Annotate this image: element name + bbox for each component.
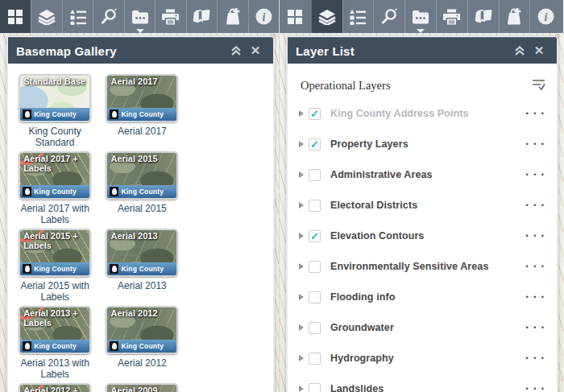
basemap-caption: Aerial 2015 bbox=[118, 203, 167, 214]
expand-arrow-icon[interactable] bbox=[299, 294, 304, 300]
basemap-thumbnail[interactable]: Aerial 2015 + Labels King County bbox=[19, 229, 91, 277]
layer-menu-dots-icon[interactable]: • • • bbox=[525, 167, 547, 182]
expand-arrow-icon[interactable] bbox=[299, 324, 304, 331]
folder-icon bbox=[131, 10, 149, 24]
layer-label[interactable]: Environmentally Sensitive Areas bbox=[330, 261, 525, 272]
layer-row: ✓ Flooding info • • • bbox=[299, 282, 547, 312]
basemap-item[interactable]: Aerial 2015 + Labels King County Aerial … bbox=[11, 229, 98, 306]
layer-row: ✓ Hydrography • • • bbox=[299, 343, 547, 373]
layer-checkbox[interactable]: ✓ bbox=[309, 291, 321, 303]
layer-label[interactable]: Property Layers bbox=[330, 138, 525, 150]
toolbar-button-about[interactable]: i bbox=[248, 0, 279, 33]
basemap-thumb-label: Aerial 2015 + Labels bbox=[23, 231, 88, 250]
layer-options-button[interactable] bbox=[532, 78, 545, 93]
toolbar-button-bookmarks[interactable] bbox=[186, 0, 217, 33]
layer-checkbox[interactable]: ✓ bbox=[309, 108, 321, 120]
layers-icon bbox=[318, 9, 336, 25]
basemap-thumbnail[interactable]: Aerial 2017 + Labels King County bbox=[19, 151, 91, 200]
layer-checkbox[interactable]: ✓ bbox=[309, 230, 321, 242]
toolbar-button-layer-list[interactable] bbox=[311, 0, 342, 33]
layer-menu-dots-icon[interactable]: • • • bbox=[525, 137, 547, 151]
layer-menu-dots-icon[interactable]: • • • bbox=[525, 106, 547, 121]
expand-arrow-icon[interactable] bbox=[299, 110, 304, 117]
layer-menu-dots-icon[interactable]: • • • bbox=[525, 229, 547, 243]
layer-checkbox[interactable]: ✓ bbox=[309, 322, 321, 334]
layer-label[interactable]: Administrative Areas bbox=[330, 169, 525, 180]
toolbar-button-print[interactable] bbox=[436, 0, 467, 33]
expand-arrow-icon[interactable] bbox=[299, 263, 304, 270]
expand-arrow-icon[interactable] bbox=[299, 386, 304, 392]
expand-arrow-icon[interactable] bbox=[299, 171, 304, 178]
layer-label[interactable]: Elevation Contours bbox=[330, 230, 525, 241]
basemap-item[interactable]: Aerial 2012 + Labels King County Aerial … bbox=[11, 383, 98, 392]
toolbar-button-legend[interactable] bbox=[342, 0, 374, 33]
toolbar-button-more-tools[interactable] bbox=[404, 0, 436, 33]
expand-arrow-icon[interactable] bbox=[299, 233, 304, 239]
basemap-item[interactable]: Standard Base King County King County St… bbox=[11, 74, 98, 151]
layer-row: ✓ Property Layers • • • bbox=[299, 129, 547, 159]
toolbar-button-more-tools[interactable] bbox=[124, 0, 155, 33]
bookmark-book-icon bbox=[475, 9, 492, 24]
layer-menu-dots-icon[interactable]: • • • bbox=[525, 198, 547, 213]
toolbar-button-add-data[interactable] bbox=[217, 0, 247, 33]
layer-checkbox[interactable]: ✓ bbox=[309, 138, 321, 151]
basemap-item[interactable]: Aerial 2013 + Labels King County Aerial … bbox=[11, 306, 98, 383]
layer-menu-dots-icon[interactable]: • • • bbox=[525, 382, 547, 392]
basemap-item[interactable]: Aerial 2017 King County Aerial 2017 bbox=[98, 74, 185, 151]
app-view-layers: i Layer List ✕ Operational Layers ✓ King… bbox=[280, 0, 563, 392]
basemap-item[interactable]: Aerial 2017 + Labels King County Aerial … bbox=[11, 151, 98, 229]
close-button[interactable]: ✕ bbox=[529, 41, 549, 60]
expand-arrow-icon[interactable] bbox=[299, 355, 304, 361]
toolbar-button-print[interactable] bbox=[155, 0, 185, 33]
toolbar-button-legend[interactable] bbox=[62, 0, 93, 33]
toolbar-button-add-data[interactable] bbox=[499, 0, 530, 33]
panel-title: Basemap Gallery bbox=[16, 44, 226, 58]
collapse-button[interactable] bbox=[510, 41, 529, 60]
toolbar-button-search[interactable] bbox=[373, 0, 404, 33]
layer-label[interactable]: Flooding info bbox=[330, 291, 525, 303]
layer-checkbox[interactable]: ✓ bbox=[309, 200, 321, 212]
basemap-thumbnail[interactable]: Aerial 2012 + Labels King County bbox=[19, 383, 91, 392]
collapse-icon bbox=[230, 45, 243, 56]
toolbar-button-search[interactable] bbox=[93, 0, 123, 33]
collapse-button[interactable] bbox=[226, 41, 246, 60]
basemap-thumbnail[interactable]: Aerial 2013 + Labels King County bbox=[19, 306, 91, 354]
layer-label[interactable]: Electoral Districts bbox=[330, 200, 525, 211]
layer-menu-dots-icon[interactable]: • • • bbox=[525, 351, 547, 365]
panel-resize-handle[interactable] bbox=[272, 34, 276, 39]
info-icon: i bbox=[255, 8, 272, 25]
layer-label[interactable]: King County Address Points bbox=[330, 108, 525, 119]
basemap-item[interactable]: Aerial 2012 King County Aerial 2012 bbox=[98, 306, 185, 383]
layer-checkbox[interactable]: ✓ bbox=[309, 353, 321, 365]
expand-arrow-icon[interactable] bbox=[299, 202, 304, 208]
layer-menu-dots-icon[interactable]: • • • bbox=[525, 290, 547, 304]
panel-resize-handle[interactable] bbox=[555, 34, 560, 39]
toolbar-button-bookmarks[interactable] bbox=[467, 0, 499, 33]
layer-label[interactable]: Hydrography bbox=[330, 353, 525, 364]
layer-menu-dots-icon[interactable]: • • • bbox=[525, 320, 547, 335]
basemap-item[interactable]: Aerial 2015 King County Aerial 2015 bbox=[98, 151, 185, 229]
toolbar-button-about[interactable]: i bbox=[529, 0, 561, 33]
king-county-logo-icon bbox=[23, 187, 31, 196]
basemap-thumbnail[interactable]: Aerial 2017 King County bbox=[106, 74, 178, 122]
basemap-thumbnail[interactable]: Aerial 2009 King County bbox=[106, 383, 178, 392]
layer-checkbox[interactable]: ✓ bbox=[309, 383, 321, 392]
toolbar-button-layer-list[interactable] bbox=[31, 0, 61, 33]
layer-menu-dots-icon[interactable]: • • • bbox=[525, 259, 547, 274]
layer-label[interactable]: Groundwater bbox=[330, 322, 525, 333]
printer-icon bbox=[162, 9, 179, 25]
basemap-thumbnail[interactable]: Standard Base King County bbox=[19, 74, 91, 122]
basemap-thumbnail[interactable]: Aerial 2013 King County bbox=[106, 229, 178, 277]
expand-arrow-icon[interactable] bbox=[299, 141, 304, 147]
basemap-item[interactable]: Aerial 2013 King County Aerial 2013 bbox=[98, 229, 185, 306]
layer-checkbox[interactable]: ✓ bbox=[309, 169, 321, 181]
basemap-item[interactable]: Aerial 2009 King County Aerial 2009 bbox=[98, 383, 185, 392]
king-county-logo-icon bbox=[23, 264, 31, 274]
basemap-thumbnail[interactable]: Aerial 2015 King County bbox=[106, 151, 178, 200]
basemap-thumbnail[interactable]: Aerial 2012 King County bbox=[106, 306, 178, 354]
toolbar-button-basemap-gallery[interactable] bbox=[0, 0, 31, 33]
layer-label[interactable]: Landslides bbox=[330, 383, 525, 392]
layer-checkbox[interactable]: ✓ bbox=[309, 261, 321, 273]
toolbar-button-basemap-gallery[interactable] bbox=[280, 0, 311, 33]
close-button[interactable]: ✕ bbox=[246, 41, 265, 60]
